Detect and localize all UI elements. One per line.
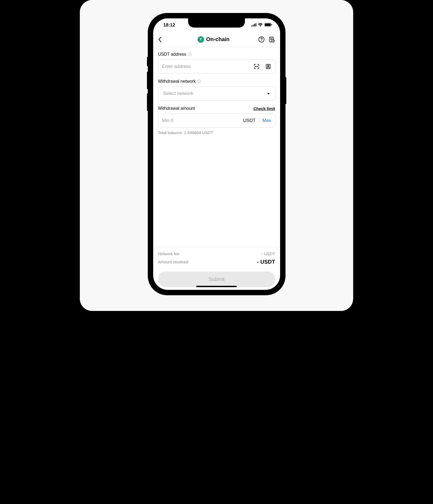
address-input[interactable]	[162, 64, 251, 69]
svg-rect-1	[253, 25, 254, 26]
phone-frame: 18:12	[148, 14, 285, 295]
balance-text: Total balance: 2.636694 USDT	[158, 130, 275, 135]
content-area: USDT address	[153, 47, 280, 247]
home-indicator[interactable]	[196, 286, 237, 287]
address-label: USDT address	[158, 52, 186, 57]
header: T On-chain	[153, 32, 280, 47]
svg-rect-19	[199, 81, 199, 82]
page-title: On-chain	[206, 36, 230, 42]
amount-input[interactable]	[162, 118, 240, 123]
back-button[interactable]	[158, 37, 162, 42]
info-icon[interactable]	[197, 79, 201, 83]
battery-icon	[264, 22, 272, 28]
divider	[262, 64, 263, 69]
screen: 18:12	[153, 18, 280, 290]
svg-rect-6	[271, 24, 272, 25]
check-limit-link[interactable]: Check limit	[253, 106, 275, 111]
history-icon[interactable]	[268, 36, 275, 43]
svg-rect-0	[251, 25, 252, 26]
submit-button[interactable]: Submit	[158, 271, 275, 287]
status-time: 18:12	[163, 22, 175, 28]
amount-field: Withdrawal amount Check limit USDT Max T…	[158, 106, 275, 135]
svg-point-8	[261, 40, 262, 41]
info-icon[interactable]	[188, 52, 192, 56]
phone-side-button	[147, 93, 149, 111]
address-field: USDT address	[158, 52, 275, 74]
header-title: T On-chain	[198, 36, 230, 43]
address-input-container	[158, 59, 275, 74]
max-button[interactable]: Max	[262, 118, 271, 123]
svg-rect-13	[189, 54, 190, 55]
phone-side-button	[147, 57, 149, 66]
network-label: Withdrawal network	[158, 79, 196, 84]
phone-notch	[188, 18, 245, 28]
network-placeholder: Select network	[163, 91, 193, 96]
contacts-icon[interactable]	[265, 64, 271, 69]
chevron-down-icon	[267, 91, 270, 96]
scan-icon[interactable]	[254, 64, 260, 69]
svg-point-18	[199, 80, 199, 81]
amount-received-label: Amount received	[158, 260, 189, 264]
svg-point-16	[267, 65, 269, 67]
svg-point-12	[189, 53, 190, 54]
help-icon[interactable]	[258, 36, 265, 43]
amount-label: Withdrawal amount	[158, 106, 195, 111]
network-field: Withdrawal network Select network	[158, 79, 275, 101]
signal-icon	[251, 22, 256, 28]
amount-input-container: USDT Max	[158, 114, 275, 128]
svg-rect-2	[254, 24, 255, 26]
wifi-icon	[258, 22, 263, 28]
amount-received-value: - USDT	[257, 259, 275, 265]
phone-side-button	[285, 77, 286, 104]
svg-rect-3	[255, 23, 256, 26]
network-select[interactable]: Select network	[158, 87, 275, 101]
network-fee-value: - USDT	[262, 251, 275, 256]
currency-label: USDT	[243, 118, 255, 123]
footer: Network fee - USDT Amount received - USD…	[153, 247, 280, 290]
network-fee-label: Network fee	[158, 251, 180, 256]
svg-rect-5	[265, 24, 271, 26]
usdt-coin-icon: T	[198, 36, 204, 43]
status-icons	[251, 22, 272, 28]
amount-received-row: Amount received - USDT	[158, 259, 275, 265]
phone-side-button	[147, 72, 149, 89]
network-fee-row: Network fee - USDT	[158, 251, 275, 256]
divider	[259, 118, 259, 124]
